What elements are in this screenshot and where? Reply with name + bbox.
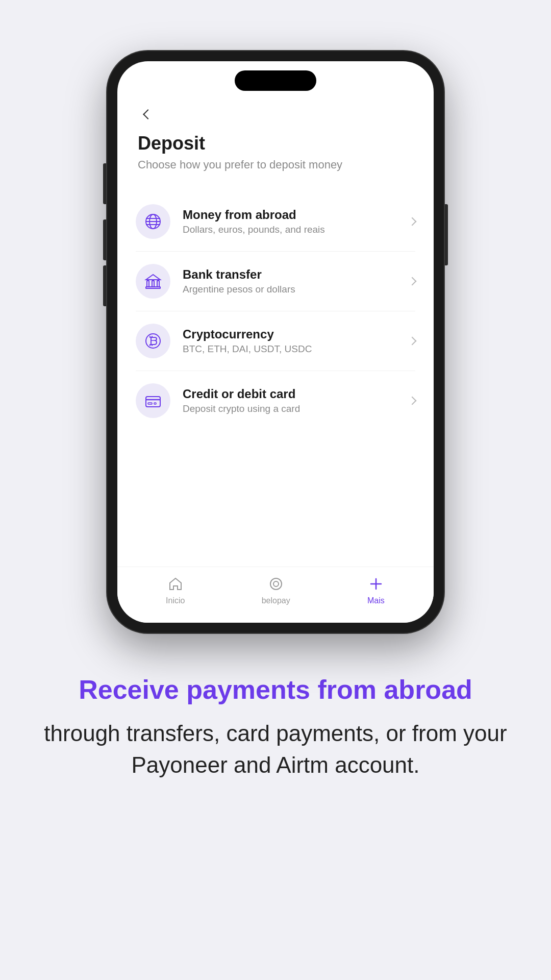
bank-icon	[144, 273, 162, 290]
home-icon	[166, 575, 185, 593]
bitcoin-icon	[144, 332, 162, 350]
credit-card-item[interactable]: Credit or debit card Deposit crypto usin…	[136, 371, 415, 430]
bank-transfer-text: Bank transfer Argentine pesos or dollars	[183, 267, 401, 295]
bank-transfer-desc: Argentine pesos or dollars	[183, 284, 401, 295]
credit-card-chevron-icon	[408, 397, 417, 405]
nav-label-mais: Mais	[367, 596, 385, 605]
bottom-section: Receive payments from abroad through tra…	[0, 633, 551, 812]
svg-rect-19	[154, 403, 156, 404]
credit-card-text: Credit or debit card Deposit crypto usin…	[183, 387, 401, 414]
nav-item-belopay[interactable]: belopay	[252, 570, 300, 610]
bank-transfer-chevron-icon	[408, 277, 417, 286]
svg-point-20	[270, 578, 282, 590]
cryptocurrency-desc: BTC, ETH, DAI, USDT, USDC	[183, 344, 401, 355]
globe-icon-wrap	[136, 204, 170, 239]
svg-marker-9	[146, 275, 160, 280]
bank-icon-wrap	[136, 264, 170, 299]
money-abroad-text: Money from abroad Dollars, euros, pounds…	[183, 208, 401, 235]
bottom-body: through transfers, card payments, or fro…	[31, 718, 520, 780]
dynamic-island	[235, 70, 316, 91]
svg-rect-16	[146, 397, 160, 407]
bottom-headline: Receive payments from abroad	[31, 674, 520, 705]
plus-icon	[367, 575, 385, 593]
bottom-nav: Inicio belopay	[117, 567, 434, 623]
bitcoin-icon-wrap	[136, 324, 170, 358]
svg-rect-5	[147, 281, 149, 287]
phone-screen: Deposit Choose how you prefer to deposit…	[117, 61, 434, 623]
back-button[interactable]	[138, 104, 158, 125]
back-chevron-icon	[143, 109, 153, 119]
svg-rect-18	[148, 403, 152, 404]
deposit-options-list: Money from abroad Dollars, euros, pounds…	[117, 182, 434, 567]
money-abroad-chevron-icon	[408, 217, 417, 226]
nav-label-inicio: Inicio	[166, 596, 185, 605]
svg-rect-6	[152, 281, 154, 287]
globe-icon	[144, 213, 162, 230]
page-title: Deposit	[138, 133, 413, 154]
svg-rect-8	[146, 287, 160, 288]
nav-item-inicio[interactable]: Inicio	[156, 570, 195, 610]
page-subtitle: Choose how you prefer to deposit money	[138, 158, 413, 172]
phone-shell: Deposit Choose how you prefer to deposit…	[107, 51, 444, 633]
money-abroad-item[interactable]: Money from abroad Dollars, euros, pounds…	[136, 192, 415, 252]
belopay-icon	[267, 575, 285, 593]
cryptocurrency-text: Cryptocurrency BTC, ETH, DAI, USDT, USDC	[183, 327, 401, 355]
card-icon	[144, 392, 162, 409]
credit-card-desc: Deposit crypto using a card	[183, 403, 401, 414]
nav-item-mais[interactable]: Mais	[357, 570, 395, 610]
bank-transfer-title: Bank transfer	[183, 267, 401, 282]
cryptocurrency-title: Cryptocurrency	[183, 327, 401, 341]
nav-label-belopay: belopay	[262, 596, 290, 605]
money-abroad-desc: Dollars, euros, pounds, and reais	[183, 224, 401, 235]
card-icon-wrap	[136, 383, 170, 418]
bank-transfer-item[interactable]: Bank transfer Argentine pesos or dollars	[136, 252, 415, 311]
svg-point-21	[273, 581, 279, 586]
svg-rect-7	[157, 281, 159, 287]
credit-card-title: Credit or debit card	[183, 387, 401, 401]
header: Deposit Choose how you prefer to deposit…	[117, 92, 434, 182]
cryptocurrency-item[interactable]: Cryptocurrency BTC, ETH, DAI, USDT, USDC	[136, 311, 415, 371]
money-abroad-title: Money from abroad	[183, 208, 401, 222]
cryptocurrency-chevron-icon	[408, 337, 417, 346]
screen-content: Deposit Choose how you prefer to deposit…	[117, 92, 434, 623]
svg-point-10	[146, 334, 160, 348]
